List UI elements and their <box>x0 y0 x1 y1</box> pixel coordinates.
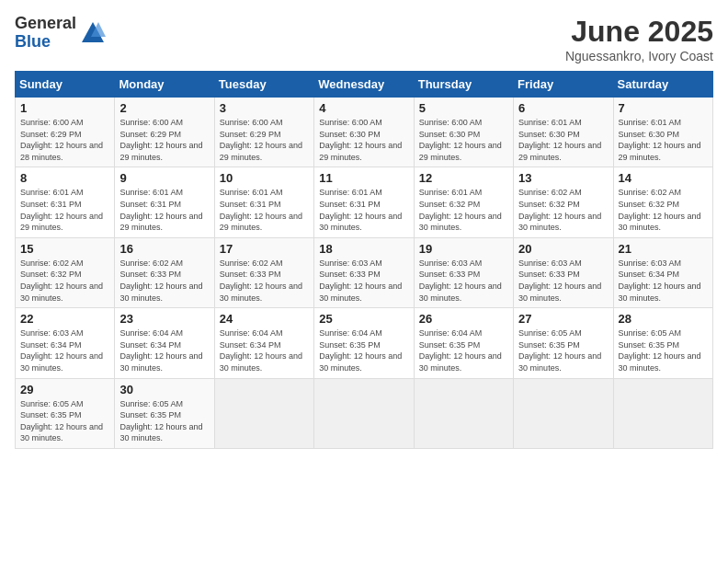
day-info: Sunrise: 6:04 AM Sunset: 6:35 PM Dayligh… <box>319 327 408 373</box>
table-row <box>314 378 414 448</box>
day-number: 30 <box>119 383 209 396</box>
month-title: June 2025 <box>565 15 713 49</box>
table-row <box>414 378 513 448</box>
table-row <box>514 378 613 448</box>
table-row: 12 Sunrise: 6:01 AM Sunset: 6:32 PM Dayl… <box>414 167 513 237</box>
day-number: 21 <box>619 242 708 256</box>
col-friday: Friday <box>514 72 613 98</box>
day-number: 2 <box>119 101 209 115</box>
table-row: 16 Sunrise: 6:02 AM Sunset: 6:33 PM Dayl… <box>115 237 214 307</box>
table-row: 14 Sunrise: 6:02 AM Sunset: 6:32 PM Dayl… <box>613 167 712 237</box>
table-row: 13 Sunrise: 6:02 AM Sunset: 6:32 PM Dayl… <box>514 167 613 237</box>
day-info: Sunrise: 6:04 AM Sunset: 6:34 PM Dayligh… <box>119 327 209 373</box>
day-info: Sunrise: 6:04 AM Sunset: 6:35 PM Dayligh… <box>419 327 508 373</box>
day-info: Sunrise: 6:00 AM Sunset: 6:29 PM Dayligh… <box>20 117 109 163</box>
table-row: 17 Sunrise: 6:02 AM Sunset: 6:33 PM Dayl… <box>214 237 313 307</box>
day-info: Sunrise: 6:02 AM Sunset: 6:32 PM Dayligh… <box>518 187 608 233</box>
day-info: Sunrise: 6:01 AM Sunset: 6:32 PM Dayligh… <box>419 187 508 233</box>
location: Nguessankro, Ivory Coast <box>565 49 713 63</box>
table-row: 8 Sunrise: 6:01 AM Sunset: 6:31 PM Dayli… <box>16 167 115 237</box>
day-number: 24 <box>220 312 309 326</box>
day-number: 11 <box>319 171 408 185</box>
day-info: Sunrise: 6:05 AM Sunset: 6:35 PM Dayligh… <box>518 327 608 373</box>
day-number: 7 <box>619 101 708 115</box>
table-row: 22 Sunrise: 6:03 AM Sunset: 6:34 PM Dayl… <box>16 308 115 378</box>
col-wednesday: Wednesday <box>314 72 414 98</box>
table-row: 30 Sunrise: 6:05 AM Sunset: 6:35 PM Dayl… <box>115 378 214 448</box>
calendar-table: Sunday Monday Tuesday Wednesday Thursday… <box>15 71 713 449</box>
day-info: Sunrise: 6:00 AM Sunset: 6:30 PM Dayligh… <box>319 117 408 163</box>
col-thursday: Thursday <box>414 72 513 98</box>
logo-icon <box>80 20 106 46</box>
day-number: 3 <box>220 101 309 115</box>
day-info: Sunrise: 6:01 AM Sunset: 6:31 PM Dayligh… <box>319 187 408 233</box>
day-number: 22 <box>20 312 109 326</box>
logo: General Blue <box>15 15 106 52</box>
day-number: 1 <box>20 101 109 115</box>
table-row: 1 Sunrise: 6:00 AM Sunset: 6:29 PM Dayli… <box>16 98 115 167</box>
day-info: Sunrise: 6:03 AM Sunset: 6:34 PM Dayligh… <box>20 327 109 373</box>
table-row: 10 Sunrise: 6:01 AM Sunset: 6:31 PM Dayl… <box>214 167 313 237</box>
day-number: 12 <box>419 171 508 185</box>
day-info: Sunrise: 6:04 AM Sunset: 6:34 PM Dayligh… <box>220 327 309 373</box>
day-info: Sunrise: 6:02 AM Sunset: 6:32 PM Dayligh… <box>619 187 708 233</box>
table-row: 6 Sunrise: 6:01 AM Sunset: 6:30 PM Dayli… <box>514 98 613 167</box>
day-number: 27 <box>518 312 608 326</box>
day-number: 18 <box>319 242 408 256</box>
day-number: 16 <box>119 242 209 256</box>
calendar-header-row: Sunday Monday Tuesday Wednesday Thursday… <box>16 72 713 98</box>
table-row: 21 Sunrise: 6:03 AM Sunset: 6:34 PM Dayl… <box>613 237 712 307</box>
table-row: 4 Sunrise: 6:00 AM Sunset: 6:30 PM Dayli… <box>314 98 414 167</box>
day-number: 23 <box>119 312 209 326</box>
table-row: 25 Sunrise: 6:04 AM Sunset: 6:35 PM Dayl… <box>314 308 414 378</box>
day-info: Sunrise: 6:00 AM Sunset: 6:29 PM Dayligh… <box>220 117 309 163</box>
day-number: 13 <box>518 171 608 185</box>
table-row: 23 Sunrise: 6:04 AM Sunset: 6:34 PM Dayl… <box>115 308 214 378</box>
day-number: 19 <box>419 242 508 256</box>
day-number: 26 <box>419 312 508 326</box>
day-info: Sunrise: 6:01 AM Sunset: 6:31 PM Dayligh… <box>220 187 309 233</box>
day-info: Sunrise: 6:03 AM Sunset: 6:33 PM Dayligh… <box>419 258 508 304</box>
table-row: 29 Sunrise: 6:05 AM Sunset: 6:35 PM Dayl… <box>16 378 115 448</box>
day-number: 20 <box>518 242 608 256</box>
day-info: Sunrise: 6:00 AM Sunset: 6:29 PM Dayligh… <box>119 117 209 163</box>
day-info: Sunrise: 6:02 AM Sunset: 6:32 PM Dayligh… <box>20 258 109 304</box>
day-number: 29 <box>20 383 109 396</box>
page-header: General Blue June 2025 Nguessankro, Ivor… <box>15 15 713 63</box>
day-info: Sunrise: 6:02 AM Sunset: 6:33 PM Dayligh… <box>119 258 209 304</box>
day-info: Sunrise: 6:02 AM Sunset: 6:33 PM Dayligh… <box>220 258 309 304</box>
table-row: 19 Sunrise: 6:03 AM Sunset: 6:33 PM Dayl… <box>414 237 513 307</box>
table-row: 7 Sunrise: 6:01 AM Sunset: 6:30 PM Dayli… <box>613 98 712 167</box>
table-row: 24 Sunrise: 6:04 AM Sunset: 6:34 PM Dayl… <box>214 308 313 378</box>
table-row: 26 Sunrise: 6:04 AM Sunset: 6:35 PM Dayl… <box>414 308 513 378</box>
day-info: Sunrise: 6:03 AM Sunset: 6:34 PM Dayligh… <box>619 258 708 304</box>
logo-general: General <box>15 15 76 33</box>
table-row: 3 Sunrise: 6:00 AM Sunset: 6:29 PM Dayli… <box>214 98 313 167</box>
day-info: Sunrise: 6:01 AM Sunset: 6:31 PM Dayligh… <box>119 187 209 233</box>
day-number: 15 <box>20 242 109 256</box>
col-saturday: Saturday <box>613 72 712 98</box>
day-number: 10 <box>220 171 309 185</box>
table-row: 18 Sunrise: 6:03 AM Sunset: 6:33 PM Dayl… <box>314 237 414 307</box>
table-row: 11 Sunrise: 6:01 AM Sunset: 6:31 PM Dayl… <box>314 167 414 237</box>
day-info: Sunrise: 6:05 AM Sunset: 6:35 PM Dayligh… <box>619 327 708 373</box>
table-row <box>214 378 313 448</box>
day-number: 28 <box>619 312 708 326</box>
day-info: Sunrise: 6:05 AM Sunset: 6:35 PM Dayligh… <box>119 398 209 444</box>
day-number: 4 <box>319 101 408 115</box>
col-monday: Monday <box>115 72 214 98</box>
logo-blue: Blue <box>15 33 76 52</box>
title-area: June 2025 Nguessankro, Ivory Coast <box>565 15 713 63</box>
table-row: 5 Sunrise: 6:00 AM Sunset: 6:30 PM Dayli… <box>414 98 513 167</box>
day-info: Sunrise: 6:03 AM Sunset: 6:33 PM Dayligh… <box>319 258 408 304</box>
day-info: Sunrise: 6:05 AM Sunset: 6:35 PM Dayligh… <box>20 398 109 444</box>
day-number: 9 <box>119 171 209 185</box>
day-number: 25 <box>319 312 408 326</box>
day-number: 8 <box>20 171 109 185</box>
day-info: Sunrise: 6:01 AM Sunset: 6:30 PM Dayligh… <box>518 117 608 163</box>
table-row <box>613 378 712 448</box>
day-info: Sunrise: 6:01 AM Sunset: 6:31 PM Dayligh… <box>20 187 109 233</box>
day-info: Sunrise: 6:01 AM Sunset: 6:30 PM Dayligh… <box>619 117 708 163</box>
col-tuesday: Tuesday <box>214 72 313 98</box>
day-info: Sunrise: 6:00 AM Sunset: 6:30 PM Dayligh… <box>419 117 508 163</box>
